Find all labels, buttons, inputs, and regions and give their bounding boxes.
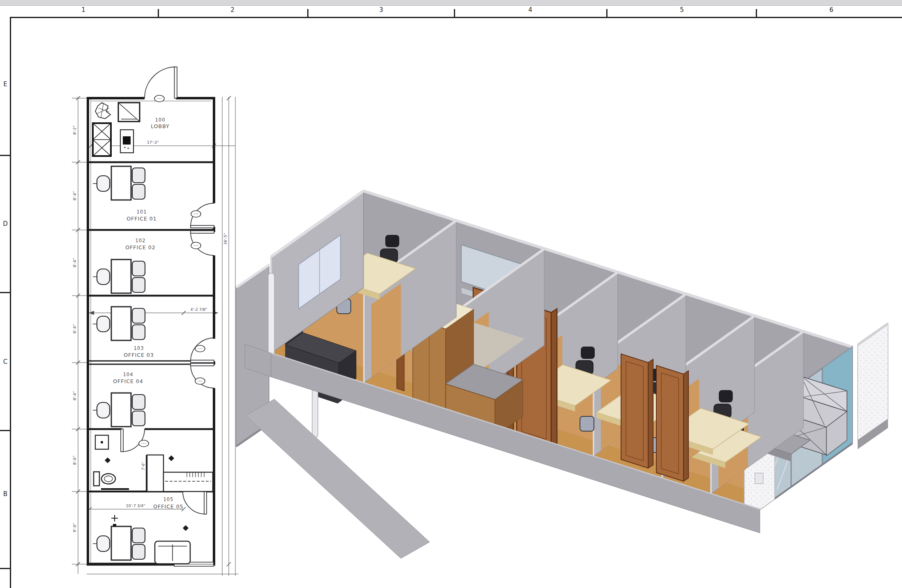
plan-plant	[95, 103, 110, 119]
door-swing-105	[183, 492, 205, 514]
grid-row-label-C: C	[1, 358, 9, 365]
plan-sink	[95, 435, 108, 449]
room-label-105-name: OFFICE 05	[153, 503, 183, 510]
dim-left-6: 8'-6"	[72, 456, 77, 465]
plan-couch	[155, 541, 190, 564]
grid-column-label-6: 6	[822, 6, 840, 14]
room-label-104-number: 104	[123, 372, 133, 377]
plan-desk-103	[93, 307, 145, 340]
grid-tick	[158, 9, 159, 17]
door-swing-104	[191, 365, 214, 388]
ent-door-leaf	[175, 67, 177, 98]
plan-kitchen-counter	[147, 455, 213, 492]
door-leaf-102	[191, 231, 214, 233]
drawing-sheet: 1 2 3 4 5 6 E D C B	[0, 0, 902, 588]
grid-column-label-4: 4	[521, 6, 539, 14]
room-label-104-name: OFFICE 04	[113, 378, 143, 384]
dim-overall-right: 36'-5"	[223, 233, 228, 245]
plan-diamond-marker	[168, 455, 174, 461]
grid-tick	[756, 9, 757, 17]
ent-door-swing	[145, 67, 176, 98]
plan-cross-marker	[111, 515, 118, 521]
plan-furniture	[93, 103, 213, 564]
plan-diamond-marker	[183, 525, 189, 531]
dim-left-5: 8'-4"	[72, 391, 77, 401]
iso-3d-view	[228, 146, 902, 560]
dim-left-3: 8'-4"	[72, 258, 77, 268]
room-label-105-number: 105	[163, 496, 174, 502]
grid-tick	[454, 9, 455, 17]
grid-column-label-5: 5	[673, 6, 691, 14]
room-label-101-number: 101	[137, 209, 147, 215]
dim-lobby-width: 17'-3"	[147, 140, 159, 145]
dim-office5-width: 10'-7 3/4"	[126, 503, 145, 508]
grid-row-label-E: E	[1, 80, 9, 88]
room-label-102-name: OFFICE 02	[125, 244, 155, 250]
iso-column	[268, 273, 274, 361]
room-label-101-name: OFFICE 01	[127, 216, 156, 222]
dim-left-7: 9'-0"	[72, 523, 77, 533]
plan-desk-101	[93, 166, 145, 200]
door-leaf-101	[191, 225, 214, 228]
room-label-103-number: 103	[134, 345, 144, 351]
window-top-strip	[0, 0, 902, 6]
plan-desk-104	[93, 393, 145, 427]
door-leaf-105	[204, 492, 207, 514]
iso-column	[312, 386, 318, 437]
grid-row-label-D: D	[1, 220, 9, 227]
room-label-100-number: 100	[155, 117, 166, 123]
dim-office3-right: 4'-2 7/8"	[191, 307, 207, 312]
dim-left-2: 8'-4"	[72, 191, 77, 201]
iso-small-box	[755, 473, 763, 484]
grid-tick	[0, 155, 11, 156]
grid-tick	[307, 9, 308, 17]
dim-left-4: 8'-4"	[72, 324, 77, 334]
plan-desk-105	[93, 526, 145, 560]
grid-column-label-2: 2	[223, 6, 242, 14]
door-leaf-restroom	[121, 429, 123, 452]
door-leaf-103	[191, 360, 214, 363]
grid-column-label-3: 3	[372, 6, 390, 14]
grid-column-label-1: 1	[74, 6, 92, 14]
room-label-102-number: 102	[136, 238, 146, 243]
grid-tick	[606, 9, 607, 17]
dim-left-1: 8'-2"	[72, 126, 77, 135]
plan-toilet	[94, 472, 115, 486]
sheet-border-top	[10, 17, 902, 18]
room-label-100-name: LOBBY	[151, 123, 169, 129]
grid-tick	[0, 568, 11, 569]
plan-desk-102	[93, 260, 145, 293]
sheet-border-left	[10, 17, 11, 588]
plan-diamond-marker	[105, 457, 110, 463]
room-label-103-name: OFFICE 03	[124, 352, 154, 358]
plan-door-tags	[139, 95, 205, 447]
grid-tick	[0, 292, 11, 293]
door-leaf-104	[191, 363, 214, 366]
dim-kitchen-depth: 7'-6"	[141, 462, 145, 470]
grid-row-label-B: B	[1, 490, 9, 498]
floor-plan-view: 17'-3" 12'-5" 4'-2 7/8" 10'-7 3/4" 4'-9 …	[61, 65, 254, 588]
grid-tick	[0, 430, 11, 431]
